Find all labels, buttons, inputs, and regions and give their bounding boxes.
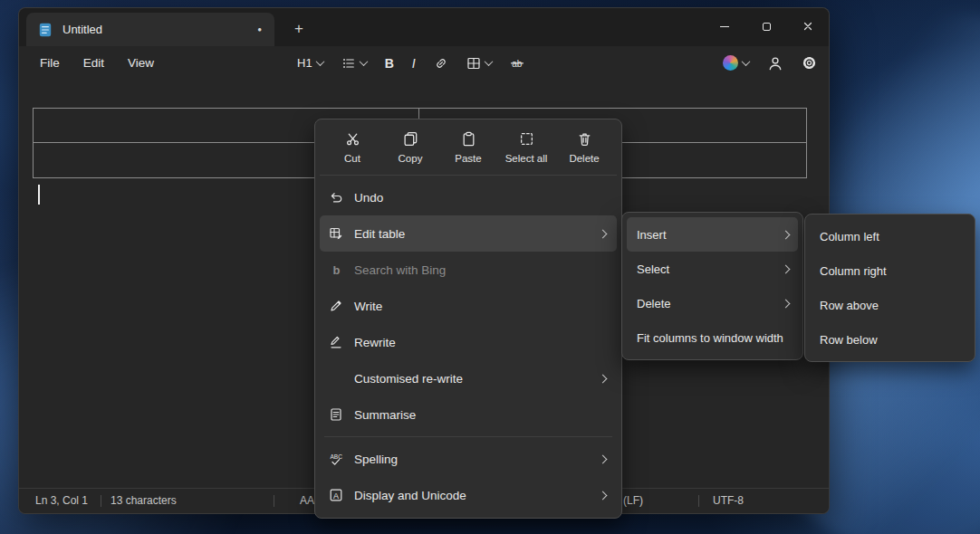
link-icon xyxy=(434,56,448,71)
table-icon xyxy=(466,56,481,71)
menu-item-display-and-unicode[interactable]: A Display and Unicode xyxy=(320,477,617,513)
menu-item-customised-rewrite[interactable]: Customised re-write xyxy=(320,360,617,396)
undo-icon xyxy=(328,190,344,205)
settings-button[interactable] xyxy=(795,51,823,75)
cut-button[interactable]: Cut xyxy=(323,128,381,167)
submenu-item-label: Delete xyxy=(637,297,671,310)
table-dropdown[interactable] xyxy=(460,52,498,75)
submenu-item-fit-columns[interactable]: Fit columns to window width xyxy=(627,320,798,355)
window-controls xyxy=(704,8,829,44)
list-dropdown[interactable] xyxy=(335,52,373,75)
submenu-item-label: Select xyxy=(637,262,669,276)
menu-view[interactable]: View xyxy=(116,52,166,74)
list-icon xyxy=(341,56,356,71)
summarise-document-icon xyxy=(328,407,344,422)
delete-icon xyxy=(577,131,592,147)
heading-dropdown[interactable]: H1 xyxy=(291,52,330,74)
account-person-icon xyxy=(767,55,783,72)
rewrite-pen-icon xyxy=(328,335,344,349)
submenu-item-select[interactable]: Select xyxy=(627,252,798,286)
submenu-chevron-icon xyxy=(782,264,791,273)
paste-label: Paste xyxy=(455,153,481,164)
account-button[interactable] xyxy=(761,51,790,76)
submenu-chevron-icon xyxy=(599,229,608,238)
tab-untitled[interactable]: Untitled ● xyxy=(26,13,274,46)
minimize-button[interactable] xyxy=(704,8,745,44)
unsaved-indicator-dot: ● xyxy=(257,26,262,33)
paste-button[interactable]: Paste xyxy=(439,128,497,167)
line-ending-indicator: (LF) xyxy=(623,494,643,507)
heading-label: H1 xyxy=(297,56,312,70)
gear-icon xyxy=(802,55,817,71)
submenu-item-delete[interactable]: Delete xyxy=(627,286,798,320)
paste-icon xyxy=(461,131,476,147)
menu-item-search-with-bing[interactable]: b Search with Bing xyxy=(320,252,617,288)
cut-label: Cut xyxy=(344,153,360,164)
menu-file[interactable]: File xyxy=(28,52,72,74)
menu-item-label: Rewrite xyxy=(354,336,396,349)
insert-submenu: Column left Column right Row above Row b… xyxy=(804,214,975,362)
strikethrough-button[interactable]: ab xyxy=(504,52,531,75)
menu-item-label: Spelling xyxy=(354,453,398,466)
copy-label: Copy xyxy=(399,153,423,164)
italic-label: I xyxy=(412,56,416,71)
edit-table-icon xyxy=(328,226,344,241)
submenu-item-row-above[interactable]: Row above xyxy=(810,288,970,322)
edit-table-submenu: Insert Select Delete Fit columns to wind… xyxy=(621,212,803,360)
select-all-icon xyxy=(519,131,534,147)
menu-item-summarise[interactable]: Summarise xyxy=(320,396,617,433)
menu-item-spelling[interactable]: ABC Spelling xyxy=(320,441,617,477)
menu-item-label: Undo xyxy=(354,191,383,205)
copilot-icon xyxy=(723,55,738,71)
menu-edit[interactable]: Edit xyxy=(72,52,116,74)
bold-button[interactable]: B xyxy=(379,52,400,75)
status-separator xyxy=(698,495,699,507)
menu-item-label: Write xyxy=(354,300,382,313)
delete-button[interactable]: Delete xyxy=(555,128,613,167)
copilot-dropdown[interactable] xyxy=(716,51,755,75)
menu-item-label: Summarise xyxy=(354,408,416,422)
quick-actions-row: Cut Copy Paste Select all xyxy=(320,124,617,176)
strikethrough-icon: ab xyxy=(510,56,524,71)
svg-text:A: A xyxy=(333,491,339,501)
close-button[interactable] xyxy=(787,8,829,44)
submenu-item-label: Row below xyxy=(820,333,878,347)
menu-item-undo[interactable]: Undo xyxy=(320,179,617,215)
menu-item-label: Display and Unicode xyxy=(354,489,466,502)
chevron-down-icon xyxy=(315,57,324,66)
character-count: 13 characters xyxy=(110,494,177,507)
text-caret xyxy=(38,185,40,205)
menu-item-rewrite[interactable]: Rewrite xyxy=(320,324,617,360)
submenu-item-row-below[interactable]: Row below xyxy=(810,322,970,357)
cut-icon xyxy=(345,131,360,147)
menu-item-label: Search with Bing xyxy=(354,263,446,277)
svg-text:ABC: ABC xyxy=(331,453,343,460)
menu-item-label: Customised re-write xyxy=(354,372,463,386)
submenu-item-label: Insert xyxy=(637,228,667,242)
menu-item-write[interactable]: Write xyxy=(320,288,617,324)
link-button[interactable] xyxy=(428,52,455,75)
menu-item-edit-table[interactable]: Edit table xyxy=(320,215,617,252)
bing-icon: b xyxy=(328,262,344,277)
submenu-chevron-icon xyxy=(599,491,608,500)
submenu-item-label: Column right xyxy=(820,264,887,278)
bold-label: B xyxy=(385,56,394,71)
notepad-app-icon xyxy=(37,22,53,38)
submenu-chevron-icon xyxy=(782,299,791,308)
italic-button[interactable]: I xyxy=(406,52,422,75)
status-separator xyxy=(274,495,274,507)
new-tab-button[interactable]: + xyxy=(285,16,312,42)
submenu-item-insert[interactable]: Insert xyxy=(627,217,798,252)
submenu-item-column-left[interactable]: Column left xyxy=(810,219,970,253)
maximize-button[interactable] xyxy=(745,8,787,44)
select-all-button[interactable]: Select all xyxy=(497,128,555,167)
zoom-indicator-fragment: AA xyxy=(300,494,314,507)
context-menu: Cut Copy Paste Select all xyxy=(314,119,622,519)
menu-separator xyxy=(324,436,612,437)
copy-button[interactable]: Copy xyxy=(381,128,439,167)
titlebar[interactable]: Untitled ● + xyxy=(19,8,829,46)
submenu-chevron-icon xyxy=(599,454,608,463)
encoding-indicator: UTF-8 xyxy=(713,494,744,507)
submenu-item-column-right[interactable]: Column right xyxy=(810,253,970,288)
submenu-chevron-icon xyxy=(782,230,791,239)
